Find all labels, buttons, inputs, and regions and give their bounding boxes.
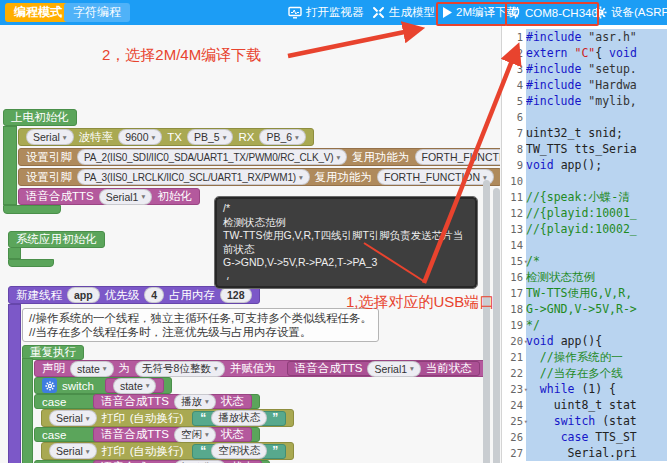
tts-serial-dropdown[interactable]: Serial1▾	[367, 361, 420, 377]
baud-dropdown[interactable]: 9600▾	[118, 129, 162, 145]
tab-text-mode[interactable]: 字符编程	[64, 3, 130, 22]
thread-header[interactable]: 新建线程 app 优先级 4 占用内存 128	[8, 286, 260, 304]
serial-dropdown[interactable]: Serial▾	[49, 410, 97, 426]
tts-init-block[interactable]: 语音合成TTS Serial1▾ 初始化	[18, 188, 200, 205]
loop-block[interactable]: 重复执行 声明 state▾ 为 无符号8位整数▾ 并赋值为 语音合成TTS S…	[22, 345, 488, 463]
state-dropdown[interactable]: 空闲▾	[174, 427, 216, 443]
code-text[interactable]: uint32_t snid;	[526, 125, 667, 141]
code-line: 24 uint8_t stat	[502, 397, 667, 413]
sys-init-hat[interactable]: 系统应用初始化	[8, 231, 105, 248]
case-row[interactable]: case语音合成TTS空闲▾状态	[34, 427, 260, 442]
string-block[interactable]: “播放状态”	[192, 411, 286, 426]
var-value: state	[120, 380, 143, 392]
string-field[interactable]: 空闲状态	[211, 443, 267, 459]
code-text[interactable]: G->GND,V->5V,R->	[526, 301, 667, 317]
pin-dropdown[interactable]: PA_2(IIS0_SDI/IIC0_SDA/UART1_TX/PWM0/RC_…	[77, 149, 347, 165]
tts-status-value-block[interactable]: 语音合成TTS Serial1▾ 当前状态	[287, 361, 480, 376]
tts-serial-dropdown[interactable]: Serial1▾	[99, 189, 152, 205]
code-text[interactable]: //{speak:小蝶-清	[526, 189, 667, 205]
fn-dropdown[interactable]: FORTH_FUNCTION▾	[415, 149, 501, 165]
memory-field[interactable]: 128	[220, 287, 252, 303]
loop-label: 重复执行	[30, 345, 76, 360]
sys-init-block[interactable]: 系统应用初始化	[8, 231, 105, 267]
block-workspace[interactable]: 上电初始化 Serial▾ 波特率 9600▾ TX PB_5▾ RX PB_6…	[0, 25, 500, 463]
fn-dropdown[interactable]: FORTH_FUNCTION▾	[377, 169, 494, 185]
fold-marker-icon[interactable]: ▾	[524, 334, 528, 350]
code-text[interactable]	[526, 109, 667, 125]
serial-init-block[interactable]: Serial▾ 波特率 9600▾ TX PB_5▾ RX PB_6▾	[18, 128, 314, 146]
thread-comment-block[interactable]: //操作系统的一个线程，独立主循环任务,可支持多个类似线程任务。//当存在多个线…	[22, 308, 379, 342]
fold-marker-icon[interactable]: ▾	[524, 382, 528, 398]
code-text[interactable]: TW-TTS使用G,V,R,	[526, 285, 667, 301]
pin-dropdown[interactable]: PA_3(IIS0_LRCLK/IIC0_SCL/UART1_RX/PWM1)▾	[77, 169, 310, 185]
switch-block[interactable]: switch state▾	[34, 377, 172, 394]
play-icon	[443, 7, 452, 18]
comment-lines: /*检测状态范例TW-TTS使用G,V,R,T四线引脚T引脚负责发送芯片当前状态…	[223, 202, 469, 283]
rx-pin-dropdown[interactable]: PB_6▾	[259, 129, 305, 145]
tx-pin-dropdown[interactable]: PB_5▾	[187, 129, 233, 145]
device-button[interactable]: 设备(ASRPRO)	[594, 0, 667, 25]
string-block[interactable]: “空闲状态”	[192, 444, 286, 459]
var-dropdown[interactable]: state▾	[70, 361, 114, 377]
code-text[interactable]: #include "setup.	[526, 61, 667, 77]
code-text[interactable]: case TTS_ST	[526, 429, 667, 445]
comment-block[interactable]: /*检测状态范例TW-TTS使用G,V,R,T四线引脚T引脚负责发送芯片当前状态…	[215, 197, 477, 288]
declare-block[interactable]: 声明 state▾ 为 无符号8位整数▾ 并赋值为 语音合成TTS Serial…	[34, 360, 488, 377]
code-text[interactable]: extern "C"{ void	[526, 45, 667, 61]
code-scrollbar[interactable]	[493, 188, 500, 463]
generate-model-button[interactable]: 生成模型	[372, 0, 435, 25]
power-init-hat[interactable]: 上电初始化	[3, 109, 77, 126]
code-text[interactable]: */	[526, 317, 667, 333]
serial-dropdown[interactable]: Serial▾	[49, 443, 97, 459]
code-text[interactable]: #include "Hardwa	[526, 77, 667, 93]
chevron-down-icon: ▾	[223, 133, 227, 142]
open-monitor-button[interactable]: 打开监视器	[288, 0, 364, 25]
thread-block[interactable]: 新建线程 app 优先级 4 占用内存 128 //操作系统的一个线程，独立主循…	[8, 286, 488, 463]
code-text[interactable]: void app();	[526, 157, 667, 173]
code-text[interactable]: #include "mylib,	[526, 93, 667, 109]
line-number: 4	[502, 77, 526, 93]
fold-marker-icon[interactable]: ▾	[524, 254, 528, 270]
compile-download-button[interactable]: 2M编译下载	[443, 0, 518, 25]
code-text[interactable]: 检测状态范例	[526, 269, 667, 285]
serial-print-block[interactable]: Serial▾打印(自动换行)“播放状态”	[41, 409, 294, 427]
code-text[interactable]: TW_TTS tts_Seria	[526, 141, 667, 157]
code-text[interactable]: #include "asr.h"	[526, 29, 667, 45]
tab-block-mode[interactable]: 编程模式	[5, 3, 71, 22]
code-text[interactable]: void app(){	[526, 333, 667, 349]
type-dropdown[interactable]: 无符号8位整数▾	[135, 361, 225, 377]
mutator-gear-icon[interactable]	[42, 378, 57, 393]
code-text[interactable]: //{playid:10001_	[526, 205, 667, 221]
state-dropdown[interactable]: 初始化▾	[174, 460, 226, 463]
priority-field[interactable]: 4	[144, 287, 164, 303]
switch-var-block[interactable]: state▾	[105, 378, 165, 393]
code-text[interactable]: while (1) {	[526, 381, 667, 397]
code-text[interactable]: /*	[526, 253, 667, 269]
fold-marker-icon[interactable]: ▾	[524, 414, 528, 430]
thread-name-field[interactable]: app	[67, 287, 100, 303]
code-editor[interactable]: 1#include "asr.h"2extern "C"{ void3#incl…	[501, 25, 667, 463]
code-token: */	[526, 318, 540, 332]
serial-print-block[interactable]: Serial▾打印(自动换行)“空闲状态”	[41, 442, 294, 460]
code-text[interactable]: //操作系统的一	[526, 349, 667, 365]
code-token: //{speak:小蝶-清	[526, 190, 630, 204]
set-pin-block-2[interactable]: 设置引脚 PA_3(IIS0_LRCLK/IIC0_SCL/UART1_RX/P…	[18, 168, 500, 186]
code-text[interactable]	[526, 173, 667, 189]
tts-status-condition-block[interactable]: 语音合成TTS空闲▾状态	[93, 427, 252, 442]
case-row[interactable]: case语音合成TTS播放▾状态	[34, 394, 260, 409]
code-line: 1#include "asr.h"	[502, 29, 667, 45]
code-text[interactable]: //当存在多个线	[526, 365, 667, 381]
code-text[interactable]: uint8_t stat	[526, 397, 667, 413]
code-text[interactable]: switch (stat	[526, 413, 667, 429]
workspace-scrollbar[interactable]	[483, 180, 490, 463]
set-pin-block-1[interactable]: 设置引脚 PA_2(IIS0_SDI/IIC0_SDA/UART1_TX/PWM…	[18, 148, 500, 166]
tts-status-condition-block[interactable]: 语音合成TTS播放▾状态	[93, 394, 252, 409]
code-text[interactable]	[526, 237, 667, 253]
code-text[interactable]: //{playid:10002_	[526, 221, 667, 237]
serial-port-dropdown[interactable]: Serial▾	[26, 129, 74, 145]
var-dropdown[interactable]: state▾	[113, 378, 157, 394]
serial-port-button[interactable]: COM8-CH340K	[510, 0, 606, 25]
state-dropdown[interactable]: 播放▾	[174, 394, 216, 410]
code-text[interactable]: Serial.pri	[526, 445, 667, 461]
string-field[interactable]: 播放状态	[211, 410, 267, 426]
